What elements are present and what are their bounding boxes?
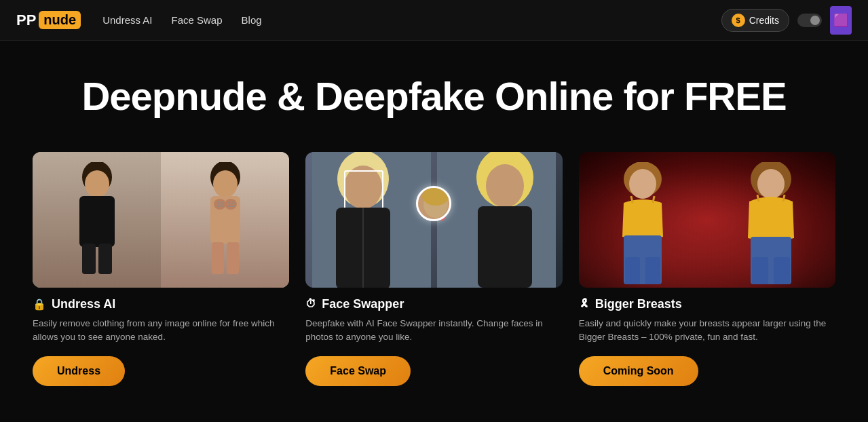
undress-icon: 🔒 — [33, 298, 46, 311]
undress-after: 18 18 — [161, 152, 289, 288]
hero-headline: Deepnude & Deepfake Online for FREE — [16, 75, 852, 118]
svg-rect-4 — [98, 244, 112, 274]
undress-card-image: 18 18 — [33, 152, 289, 288]
card-bigger: 🎗 Bigger Breasts Easily and quickly make… — [579, 152, 835, 387]
nav-face-swap[interactable]: Face Swap — [172, 14, 223, 26]
navbar: PP nude Undress AI Face Swap Blog $ Cred… — [0, 0, 868, 41]
svg-point-6 — [213, 170, 238, 197]
svg-rect-38 — [752, 257, 768, 284]
svg-point-27 — [629, 169, 656, 199]
svg-line-35 — [757, 195, 759, 202]
undress-title: 🔒 Undress AI — [33, 297, 289, 311]
nav-blog[interactable]: Blog — [242, 14, 262, 26]
svg-point-34 — [757, 169, 785, 199]
logo-nude: nude — [39, 11, 81, 29]
logo[interactable]: PP nude — [16, 11, 81, 29]
undress-button[interactable]: Undress — [33, 356, 125, 386]
hero-section: Deepnude & Deepfake Online for FREE — [0, 41, 868, 138]
theme-toggle[interactable] — [797, 14, 822, 27]
nav-right: $ Credits 🟪 — [721, 6, 852, 35]
svg-point-16 — [344, 166, 382, 209]
svg-rect-25 — [478, 206, 532, 288]
undress-before — [33, 152, 161, 288]
svg-rect-13 — [227, 242, 239, 274]
svg-point-24 — [486, 164, 524, 208]
credits-button[interactable]: $ Credits — [721, 9, 789, 32]
nav-links: Undress AI Face Swap Blog — [102, 14, 721, 26]
bigger-card-image — [579, 152, 835, 288]
undress-desc: Easily remove clothing from any image on… — [33, 317, 289, 345]
cards-section: 18 18 🔒 Undress AI Easily remove clothin… — [0, 138, 868, 414]
credits-label: Credits — [749, 15, 779, 26]
svg-rect-32 — [645, 257, 660, 284]
svg-text:18: 18 — [216, 201, 225, 208]
bigger-icon: 🎗 — [579, 298, 590, 310]
faceswap-button[interactable]: Face Swap — [305, 356, 411, 386]
svg-rect-3 — [82, 244, 96, 274]
nav-undress-ai[interactable]: Undress AI — [102, 14, 152, 26]
svg-line-28 — [631, 196, 633, 203]
faceswap-card-image: ⟶ — [305, 152, 562, 288]
svg-point-1 — [85, 170, 109, 197]
svg-line-29 — [653, 196, 654, 203]
card-undress: 18 18 🔒 Undress AI Easily remove clothin… — [33, 152, 289, 387]
bigger-desc: Easily and quickly make your breasts app… — [579, 317, 835, 345]
svg-rect-2 — [79, 196, 115, 247]
svg-text:18: 18 — [227, 201, 235, 208]
svg-line-36 — [783, 195, 785, 202]
user-avatar[interactable]: 🟪 — [830, 6, 852, 35]
bigger-button[interactable]: Coming Soon — [579, 356, 698, 386]
svg-rect-31 — [625, 257, 640, 284]
logo-pp: PP — [16, 12, 36, 29]
card-faceswap: ⟶ — [305, 152, 562, 387]
faceswap-desc: Deepfake with AI Face Swapper instantly.… — [305, 317, 562, 345]
faceswap-title: ⏱ Face Swapper — [305, 297, 562, 311]
coin-icon: $ — [732, 14, 745, 27]
faceswap-icon: ⏱ — [305, 298, 316, 310]
svg-rect-12 — [212, 242, 224, 274]
bigger-title: 🎗 Bigger Breasts — [579, 297, 835, 311]
svg-rect-39 — [774, 257, 790, 284]
